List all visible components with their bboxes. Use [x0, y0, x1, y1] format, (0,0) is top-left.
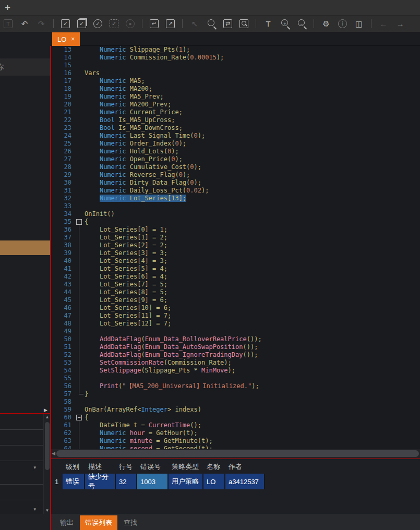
dropdown-arrow-icon[interactable]: ▾: [33, 465, 36, 470]
code-line[interactable]: 43 Lot_Series[7] = 5;: [51, 281, 420, 288]
scroll-left-icon[interactable]: ◀: [52, 451, 55, 456]
column-header[interactable]: 名称: [203, 462, 225, 472]
undo-icon[interactable]: ↶: [18, 18, 31, 30]
editor-hscrollbar[interactable]: ◀: [51, 449, 420, 459]
verify-circle-icon[interactable]: ✓: [93, 19, 102, 28]
code-line[interactable]: 37 Lot_Series[1] = 2;: [51, 234, 420, 242]
code-line[interactable]: 28 Numeric Cumulative_Cost(0);: [51, 163, 420, 171]
code-line[interactable]: 45 Lot_Series[9] = 6;: [51, 296, 420, 304]
code-line[interactable]: 39 Lot_Series[3] = 3;: [51, 249, 420, 257]
code-line[interactable]: 34OnInit(): [51, 210, 420, 218]
scrollbar-thumb[interactable]: [45, 422, 50, 470]
code-line[interactable]: 57}: [51, 390, 420, 398]
code-line[interactable]: 53 SetCommissionRate(Commission_Rate);: [51, 359, 420, 367]
auto-check-icon[interactable]: ✓: [110, 19, 118, 28]
editor-tab-lo[interactable]: LO ×: [52, 32, 80, 46]
code-line[interactable]: 48 Lot_Series[12] = 7;: [51, 320, 420, 328]
code-line[interactable]: 15: [51, 62, 420, 69]
column-header[interactable]: 作者: [225, 462, 265, 472]
code-line[interactable]: 21 Numeric Current_Price;: [51, 109, 420, 116]
column-header[interactable]: 描述: [85, 462, 116, 472]
fold-toggle-icon[interactable]: −: [76, 415, 82, 420]
code-line[interactable]: 40 Lot_Series[4] = 3;: [51, 257, 420, 265]
code-line[interactable]: 26 Numeric Hold_Lots(0);: [51, 148, 420, 155]
code-line[interactable]: 27 Numeric Open_Price(0);: [51, 155, 420, 163]
code-line[interactable]: 63 Numeric minute = GetMinute(t);: [51, 437, 420, 445]
code-line[interactable]: 24 Numeric Last_Signal_Time(0);: [51, 132, 420, 140]
error-cell[interactable]: 1003: [137, 474, 169, 489]
code-line[interactable]: 29 Numeric Reverse_Flag(0);: [51, 171, 420, 179]
new-tab-icon[interactable]: +: [5, 1, 10, 15]
code-line[interactable]: 16Vars: [51, 69, 420, 77]
property-scrollbar[interactable]: ▲ ▼: [43, 414, 51, 514]
code-line[interactable]: 42 Lot_Series[6] = 4;: [51, 273, 420, 281]
column-header[interactable]: 级别: [63, 462, 85, 472]
error-cell[interactable]: 错误: [63, 474, 85, 489]
font-icon[interactable]: T: [262, 18, 274, 30]
code-line[interactable]: 51 AddDataFlag(Enum_Data_AutoSwapPositio…: [51, 343, 420, 351]
column-header[interactable]: 错误号: [137, 462, 169, 472]
code-line[interactable]: 14 Numeric Commission_Rate(0.00015);: [51, 54, 420, 62]
dropdown-arrow-icon[interactable]: ▾: [33, 507, 36, 512]
code-line[interactable]: 46 Lot_Series[10] = 6;: [51, 304, 420, 312]
bottom-tab-item[interactable]: 输出: [55, 515, 79, 530]
replace-icon[interactable]: ⇄: [223, 19, 232, 28]
forward-icon[interactable]: →: [394, 18, 406, 30]
code-line[interactable]: 19 Numeric MA5_Prev;: [51, 93, 420, 101]
compare-view-icon[interactable]: ◫: [353, 18, 365, 30]
search-in-file-icon[interactable]: [239, 19, 248, 28]
code-line[interactable]: 50 AddDataFlag(Enum_Data_RolloverRealPri…: [51, 335, 420, 343]
code-line[interactable]: 58: [51, 398, 420, 406]
error-row[interactable]: 1错误缺少分号321003用户策略LOa3412537: [51, 474, 420, 489]
compile-check-icon[interactable]: ✓: [61, 19, 70, 28]
code-line[interactable]: 44 Lot_Series[8] = 5;: [51, 288, 420, 296]
code-line[interactable]: 23 Bool Is_MA5_DownCross;: [51, 124, 420, 132]
column-header[interactable]: 行号: [116, 462, 137, 472]
search-icon[interactable]: [205, 18, 218, 30]
settings-gear-icon[interactable]: ⚙: [320, 18, 332, 30]
column-header[interactable]: 策略类型: [169, 462, 203, 472]
code-line[interactable]: 20 Numeric MA200_Prev;: [51, 101, 420, 109]
zoom-in-icon[interactable]: +: [279, 18, 291, 30]
code-line[interactable]: 33: [51, 202, 420, 210]
code-line[interactable]: 62 Numeric hour = GetHour(t);: [51, 429, 420, 437]
code-line[interactable]: 61 DateTime t = CurrentTime();: [51, 421, 420, 429]
hscrollbar-thumb[interactable]: [56, 450, 419, 457]
code-line[interactable]: 18 Numeric MA200;: [51, 85, 420, 93]
code-line[interactable]: 47 Lot_Series[11] = 7;: [51, 312, 420, 320]
error-cell[interactable]: 32: [116, 474, 137, 489]
code-line[interactable]: 60−{: [51, 414, 420, 421]
zoom-out-icon[interactable]: −: [295, 18, 308, 30]
bottom-tab-item[interactable]: 查找: [118, 515, 142, 530]
code-line[interactable]: 30 Numeric Dirty_Data_Flag(0);: [51, 179, 420, 187]
code-line[interactable]: 13 Numeric Slippage_Pts(1);: [51, 46, 420, 54]
code-line[interactable]: 64 Numeric second = GetSecond(t);: [51, 445, 420, 449]
fold-toggle-icon[interactable]: −: [76, 219, 82, 225]
sidebar-selected-item[interactable]: [0, 240, 51, 255]
error-cell[interactable]: LO: [203, 474, 225, 489]
compile-all-icon[interactable]: ✓: [77, 19, 86, 28]
code-line[interactable]: 17 Numeric MA5;: [51, 77, 420, 85]
splitter-expand-icon[interactable]: ▶: [44, 407, 47, 413]
bottom-tab-active[interactable]: 错误列表: [80, 515, 117, 530]
code-line[interactable]: 56 Print("【MA5_200_Universal】Initialized…: [51, 382, 420, 390]
code-line[interactable]: 32 Numeric Lot_Series[13];: [51, 195, 420, 202]
error-cell[interactable]: 用户策略: [169, 474, 203, 489]
sidebar-tree-row[interactable]: 你: [0, 58, 51, 76]
info-icon[interactable]: i: [338, 19, 347, 28]
code-line[interactable]: 49: [51, 328, 420, 335]
code-line[interactable]: 52 AddDataFlag(Enum_Data_IgnoreTradingDa…: [51, 351, 420, 359]
code-line[interactable]: 54 SetSlippage(Slippage_Pts * MinMove);: [51, 367, 420, 375]
code-line[interactable]: 59OnBar(ArrayRef<Integer> indexs): [51, 406, 420, 414]
code-line[interactable]: 41 Lot_Series[5] = 4;: [51, 265, 420, 273]
code-line[interactable]: 38 Lot_Series[2] = 2;: [51, 242, 420, 249]
code-line[interactable]: 22 Bool Is_MA5_UpCross;: [51, 116, 420, 124]
code-line[interactable]: 35−{: [51, 218, 420, 226]
error-cell[interactable]: a3412537: [225, 474, 265, 489]
close-tab-icon[interactable]: ×: [71, 35, 75, 43]
code-line[interactable]: 31 Numeric Daily_Loss_Pct(0.02);: [51, 187, 420, 195]
export-icon[interactable]: ↗: [166, 19, 175, 28]
code-line[interactable]: 25 Numeric Order_Index(0);: [51, 140, 420, 148]
code-line[interactable]: 36 Lot_Series[0] = 1;: [51, 226, 420, 234]
import-icon[interactable]: ↵: [150, 19, 159, 28]
